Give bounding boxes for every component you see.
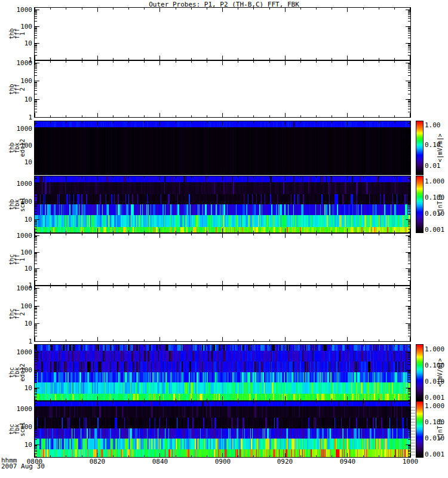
- colorbar-gradient-thb-fbk-edc12: [416, 121, 423, 174]
- colorbar-thc-fbk-scm1: [416, 401, 424, 458]
- colorbar-unit-label-thb-fbk-edc12: <|mV/m|>: [437, 133, 443, 162]
- colorbar-unit-wrap-thc-fbk-edc12: <|mV/m|>: [434, 345, 445, 400]
- x-tick-label: 1000: [397, 458, 424, 465]
- y-axis-label-line: 2: [20, 308, 25, 319]
- figure: Outer Probes: P1, P2 (TH-B,C) FFT, FBK h…: [0, 0, 448, 478]
- y-axis-label-thb-fff-1: thbfff1: [9, 28, 25, 39]
- axes-canvas-thb-fff-1: [35, 8, 410, 60]
- spectrogram-canvas-thc-fbk-edc12: [35, 345, 410, 400]
- colorbar-unit-label-thb-fbk-scm1: <|nT|>: [437, 194, 443, 215]
- spectrogram-canvas-thb-fbk-scm1: [35, 176, 410, 232]
- y-axis-label-line: scm1: [20, 197, 25, 212]
- y-axis-label-wrap-thb-fbk-scm1: thbfbkscm1: [6, 176, 27, 232]
- panel-thc-fbk-edc12: [34, 344, 411, 401]
- y-axis-label-thb-fbk-scm1: thbfbkscm1: [9, 197, 25, 212]
- timestamp-strip: [411, 406, 415, 456]
- colorbar-thb-fbk-edc12: [416, 121, 424, 175]
- axes-canvas-thc-fff-1: [35, 234, 410, 285]
- x-tick-label: 0820: [84, 458, 111, 465]
- panel-thb-fff-2: [34, 60, 411, 118]
- spectrogram-canvas-thc-fbk-scm1: [35, 402, 410, 457]
- colorbar-unit-wrap-thb-fbk-scm1: <|nT|>: [434, 176, 445, 232]
- y-axis-label-thc-fbk-scm1: thcfbkscm1: [9, 422, 25, 436]
- y-axis-label-line: scm1: [20, 422, 25, 436]
- axes-canvas-thb-fff-2: [35, 61, 410, 117]
- y-axis-label-wrap-thc-fff-2: thcfff2: [6, 286, 27, 341]
- y-axis-label-line: edc12: [19, 363, 24, 381]
- panel-thb-fbk-edc12: [34, 121, 411, 175]
- colorbar-gradient-thc-fbk-scm1: [416, 402, 423, 457]
- axes-canvas-thc-fff-2: [35, 286, 410, 341]
- y-axis-label-thb-fff-2: thbfff2: [9, 84, 25, 94]
- y-axis-label-wrap-thb-fff-1: thbfff1: [6, 8, 27, 60]
- y-axis-label-thc-fff-2: thcfff2: [9, 308, 25, 319]
- panel-thc-fff-1: [34, 233, 411, 286]
- colorbar-thb-fbk-scm1: [416, 176, 424, 233]
- x-tick-label: 0940: [335, 458, 361, 465]
- panel-thb-fbk-scm1: [34, 176, 411, 233]
- y-axis-label-line: 2: [20, 84, 25, 94]
- colorbar-gradient-thc-fbk-edc12: [416, 345, 423, 400]
- y-axis-label-line: 1: [20, 254, 25, 265]
- x-tick-label: 0920: [272, 458, 298, 465]
- x-tick-label: 0840: [147, 458, 173, 465]
- y-axis-label-wrap-thc-fff-1: thcfff1: [6, 234, 27, 285]
- y-axis-label-wrap-thb-fbk-edc12: thbfbkedc12: [6, 121, 27, 174]
- y-axis-label-wrap-thb-fff-2: thbfff2: [6, 61, 27, 117]
- colorbar-unit-label-thc-fbk-scm1: <|nT|>: [437, 418, 443, 440]
- panel-thc-fbk-scm1: [34, 401, 411, 458]
- y-axis-label-thc-fbk-edc12: thcfbkedc12: [8, 363, 24, 381]
- y-axis-label-wrap-thc-fbk-scm1: thcfbkscm1: [6, 402, 27, 457]
- panel-thc-fff-2: [34, 286, 411, 342]
- y-axis-label-wrap-thc-fbk-edc12: thcfbkedc12: [6, 345, 27, 400]
- colorbar-unit-wrap-thb-fbk-edc12: <|mV/m|>: [434, 121, 445, 174]
- colorbar-thc-fbk-edc12: [416, 344, 424, 401]
- colorbar-unit-label-thc-fbk-edc12: <|mV/m|>: [437, 358, 443, 387]
- y-axis-label-line: 1: [20, 28, 25, 39]
- x-tick-label: 0900: [210, 458, 236, 465]
- y-axis-label-thc-fff-1: thcfff1: [9, 254, 25, 265]
- spectrogram-canvas-thb-fbk-edc12: [35, 121, 410, 174]
- colorbar-unit-wrap-thc-fbk-scm1: <|nT|>: [434, 402, 445, 457]
- x-tick-label: 0800: [22, 458, 48, 465]
- y-axis-label-thb-fbk-edc12: thbfbkedc12: [8, 139, 24, 157]
- y-axis-label-line: edc12: [19, 139, 24, 157]
- panel-thb-fff-1: [34, 7, 411, 60]
- colorbar-gradient-thb-fbk-scm1: [416, 176, 423, 232]
